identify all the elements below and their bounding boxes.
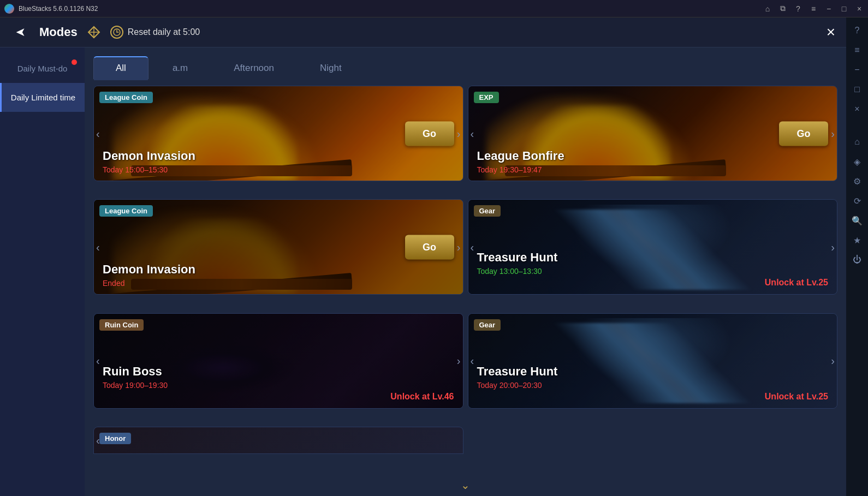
card-content: Treasure Hunt Today 13:00–13:30 Unlock a…: [468, 244, 837, 294]
go-button[interactable]: Go: [779, 121, 828, 146]
app-name: BlueStacks 5.6.0.1126 N32: [19, 5, 98, 13]
header: ➤ Modes Reset daily at 5:00 ×: [0, 17, 846, 47]
tab-all[interactable]: All: [93, 56, 148, 79]
card-time: Today 19:00–19:30: [103, 381, 454, 390]
prev-arrow-icon[interactable]: ‹: [96, 434, 100, 446]
card-actions: Go: [405, 235, 454, 259]
prev-arrow-icon[interactable]: ‹: [471, 127, 474, 140]
next-arrow-icon[interactable]: ›: [457, 241, 461, 253]
card-time: Ended: [103, 279, 454, 288]
card-league-bonfire[interactable]: EXP ‹ League Bonfire Today 19:30–19:47 G…: [468, 86, 838, 181]
close-icon[interactable]: ×: [855, 4, 864, 13]
card-time: Today 15:00–15:30: [103, 165, 454, 174]
card-time: Today 19:30–19:47: [477, 165, 829, 174]
sidebar-rotate-icon[interactable]: ⟳: [848, 192, 866, 210]
sidebar-maximize-icon[interactable]: □: [848, 81, 866, 98]
card-badge: Honor: [99, 433, 131, 444]
sidebar-home-icon[interactable]: ⌂: [848, 133, 866, 151]
main-content: ➤ Modes Reset daily at 5:00 ×: [0, 17, 846, 496]
card-badge: Gear: [474, 205, 501, 217]
card-unlock-text: Unlock at Lv.25: [477, 278, 829, 288]
card-badge: Ruin Coin: [99, 319, 144, 331]
card-title: Ruin Boss: [103, 364, 454, 379]
title-bar-controls: ⌂ ⧉ ? ≡ − □ ×: [763, 4, 864, 13]
card-demon-invasion-1[interactable]: League Coin ‹ Demon Invasion Today 15:00…: [93, 86, 463, 181]
prev-arrow-icon[interactable]: ‹: [96, 127, 100, 140]
close-button[interactable]: ×: [827, 23, 835, 41]
next-arrow-icon[interactable]: ›: [831, 241, 835, 253]
header-title: Modes: [39, 25, 78, 39]
sidebar-help-icon[interactable]: ?: [848, 22, 866, 39]
home-icon[interactable]: ⌂: [763, 4, 772, 13]
card-time: Today 13:00–13:30: [477, 267, 829, 276]
cards-grid: League Coin ‹ Demon Invasion Today 15:00…: [85, 79, 846, 474]
card-treasure-hunt-1[interactable]: Gear ‹ Treasure Hunt Today 13:00–13:30 U…: [468, 199, 838, 295]
card-badge: EXP: [474, 92, 499, 103]
back-button[interactable]: ➤: [11, 22, 31, 42]
sidebar-menu-icon[interactable]: ≡: [848, 41, 866, 59]
go-button[interactable]: Go: [405, 121, 454, 146]
next-arrow-icon[interactable]: ›: [831, 355, 835, 367]
card-demon-invasion-2[interactable]: League Coin ‹ Demon Invasion Ended Go ›: [93, 199, 463, 295]
diamond-icon[interactable]: [86, 25, 102, 40]
right-sidebar: ? ≡ − □ × ⌂ ◈ ⚙ ⟳ 🔍 ★ ⏻: [846, 17, 868, 496]
reset-text: Reset daily at 5:00: [128, 27, 200, 37]
tabs-bar: All a.m Afternoon Night: [85, 47, 846, 79]
sidebar-item-daily-limited-time[interactable]: Daily Limited time: [0, 83, 85, 112]
left-sidebar: Daily Must-do Daily Limited time: [0, 47, 85, 496]
next-arrow-icon[interactable]: ›: [457, 127, 461, 140]
sidebar-item-label: Daily Limited time: [11, 93, 75, 102]
card-unlock-text: Unlock at Lv.46: [103, 392, 454, 402]
sidebar-item-daily-must-do[interactable]: Daily Must-do: [0, 54, 85, 83]
card-content: Treasure Hunt Today 20:00–20:30 Unlock a…: [468, 358, 837, 408]
clock-icon: [110, 26, 123, 39]
prev-arrow-icon[interactable]: ‹: [96, 241, 100, 253]
sidebar-search-icon[interactable]: 🔍: [848, 212, 866, 229]
card-content: Demon Invasion Today 15:00–15:30: [94, 142, 463, 181]
next-arrow-icon[interactable]: ›: [831, 127, 835, 140]
card-title: League Bonfire: [477, 149, 829, 163]
sidebar-star-icon[interactable]: ★: [848, 231, 866, 249]
minimize-icon[interactable]: −: [824, 4, 833, 13]
app-logo: [4, 4, 14, 14]
card-badge: Gear: [474, 319, 501, 331]
reset-info: Reset daily at 5:00: [110, 26, 200, 39]
scroll-down-indicator: ⌄: [85, 474, 846, 496]
card-badge: League Coin: [99, 92, 153, 103]
title-bar: BlueStacks 5.6.0.1126 N32 ⌂ ⧉ ? ≡ − □ ×: [0, 0, 868, 17]
card-title: Demon Invasion: [103, 262, 454, 277]
card-ruin-boss[interactable]: Ruin Coin ‹ Ruin Boss Today 19:00–19:30 …: [93, 313, 463, 409]
card-title: Treasure Hunt: [477, 364, 829, 379]
card-content: Demon Invasion Ended: [94, 256, 463, 294]
body-layout: Daily Must-do Daily Limited time All a.m…: [0, 47, 846, 496]
sidebar-settings-icon[interactable]: ⚙: [848, 172, 866, 190]
tab-night[interactable]: Night: [298, 57, 364, 79]
card-badge: League Coin: [99, 205, 153, 217]
notification-dot: [72, 59, 77, 65]
tab-am[interactable]: a.m: [151, 57, 210, 79]
card-actions: Go: [405, 121, 454, 146]
sidebar-minimize-icon[interactable]: −: [848, 61, 866, 79]
card-content: League Bonfire Today 19:30–19:47: [468, 142, 837, 181]
content-area: All a.m Afternoon Night: [85, 47, 846, 496]
back-arrow-icon: ➤: [16, 25, 26, 39]
sidebar-diamond-icon[interactable]: ◈: [848, 153, 866, 170]
card-unlock-text: Unlock at Lv.25: [477, 392, 829, 402]
card-title: Treasure Hunt: [477, 250, 829, 265]
menu-icon[interactable]: ≡: [809, 4, 818, 13]
sidebar-power-icon[interactable]: ⏻: [848, 251, 866, 268]
card-time: Today 20:00–20:30: [477, 381, 829, 390]
help-icon[interactable]: ?: [794, 4, 802, 13]
card-title: Demon Invasion: [103, 149, 454, 163]
tab-afternoon[interactable]: Afternoon: [212, 57, 296, 79]
maximize-icon[interactable]: □: [840, 4, 848, 13]
sidebar-close-icon[interactable]: ×: [848, 100, 866, 118]
chevron-down-icon: ⌄: [461, 479, 470, 492]
next-arrow-icon[interactable]: ›: [457, 355, 461, 367]
go-button[interactable]: Go: [405, 235, 454, 259]
card-actions: Go: [779, 121, 828, 146]
sidebar-item-label: Daily Must-do: [17, 64, 68, 73]
card-treasure-hunt-2[interactable]: Gear ‹ Treasure Hunt Today 20:00–20:30 U…: [468, 313, 838, 409]
card-honor-partial[interactable]: Honor ‹: [93, 427, 463, 454]
copy-icon[interactable]: ⧉: [778, 4, 787, 13]
